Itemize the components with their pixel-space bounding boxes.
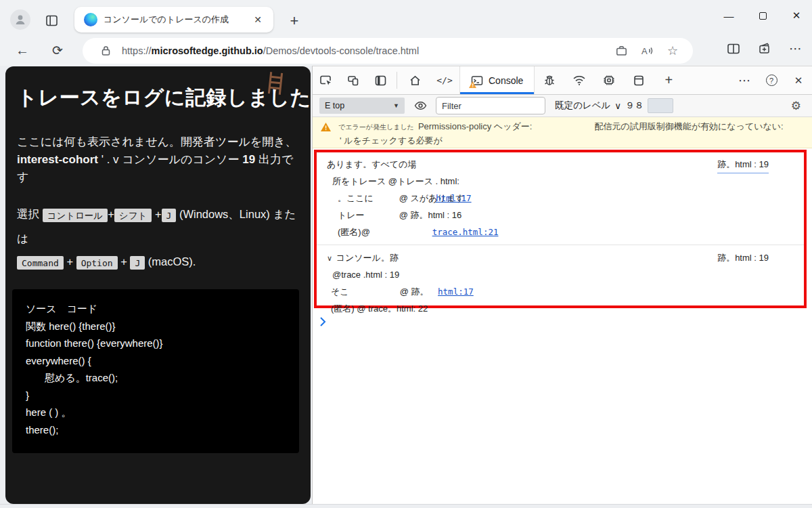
trace-message-text: あります。すべての場 <box>327 159 416 169</box>
tab-sources-icon[interactable]: </> <box>430 66 459 94</box>
inspect-element-icon[interactable] <box>313 66 340 94</box>
highlighted-console-messages: あります。すべての場 跡。html : 19 所をトレース @トレース . ht… <box>314 150 807 308</box>
person-icon <box>14 14 26 26</box>
url-text: https://microsoftedge.github.io/Demos/de… <box>122 45 605 56</box>
read-aloud-icon[interactable]: A <box>637 41 656 60</box>
enterprise-briefcase-icon[interactable] <box>612 41 631 60</box>
url-prefix: https:// <box>122 45 152 56</box>
tab-application-storage-icon[interactable] <box>624 66 654 94</box>
code-line: function there() {everywhere()} <box>26 335 287 352</box>
stack-frame-name: (匿名)@ <box>338 224 430 240</box>
console-toolbar: E top ▼ 既定のレベル ∨ ９８ ⚙ <box>313 95 812 117</box>
browser-menu-icon[interactable]: ⋯ <box>789 41 803 56</box>
active-tab-indicator <box>460 92 534 94</box>
stack-frame: (匿名) @ trace。html: 22 <box>317 300 804 317</box>
console-icon <box>471 75 483 86</box>
page-paragraph: ここには何も表示されません。開発者ツールを開き、interest-cohort … <box>17 133 299 186</box>
key-option: Option <box>76 256 118 270</box>
stack-frame-at: @ 跡。html : 16 <box>399 210 462 220</box>
devtools-close-button[interactable]: ✕ <box>785 75 812 87</box>
url-path: /Demos/devtools-console/trace.html <box>263 45 420 56</box>
key-control: コントロール <box>43 209 108 222</box>
stack-frame-name: そこ <box>331 283 397 300</box>
tab-close-button[interactable]: ✕ <box>250 13 265 26</box>
address-bar[interactable]: https://microsoftedge.github.io/Demos/de… <box>83 38 693 64</box>
code-line: here ( ) 。 <box>26 404 287 421</box>
console-filter-input[interactable] <box>436 97 545 114</box>
levels-caret-icon: ∨ <box>614 100 621 111</box>
code-line: 関数 here() {there()} <box>26 318 287 335</box>
split-screen-icon[interactable] <box>727 43 740 55</box>
console-settings-gear-icon[interactable]: ⚙ <box>791 99 805 113</box>
lock-icon[interactable] <box>96 41 115 60</box>
console-trace-message[interactable]: あります。すべての場 跡。html : 19 所をトレース @トレース . ht… <box>317 152 804 245</box>
key-j: J <box>130 256 145 270</box>
stack-frame-at: @ 跡。 <box>400 287 429 297</box>
help-glyph: ? <box>766 75 777 86</box>
new-tab-button[interactable]: + <box>286 12 303 30</box>
tab-title: コンソールでのトレースの作成 <box>104 14 244 26</box>
plus-sign: + <box>120 255 127 268</box>
log-levels-dropdown[interactable]: 既定のレベル ∨ ９８ <box>555 98 673 113</box>
para-seg: ここには何も表示されません。開発者ツールを開き、 <box>17 135 297 148</box>
code-block: ソース コード 関数 here() {there()} function the… <box>12 289 299 453</box>
devtools-more-menu-icon[interactable]: ⋯ <box>731 73 758 88</box>
shortcut-label: 選択 <box>17 208 39 220</box>
tab-welcome-home-icon[interactable] <box>400 66 430 94</box>
browser-chrome: コンソールでのトレースの作成 ✕ + — ✕ ← ⟳ https://micro… <box>0 0 812 66</box>
tab-console[interactable]: Console <box>459 66 535 94</box>
issues-count: ９８ <box>625 100 644 112</box>
window-minimize-button[interactable]: — <box>720 7 738 24</box>
tab-performance-cpu-icon[interactable] <box>594 66 624 94</box>
tab-network-wifi-icon[interactable] <box>564 66 594 94</box>
focus-mode-icon[interactable] <box>367 66 394 94</box>
svg-text:A: A <box>641 46 648 56</box>
code-line: } <box>26 387 287 404</box>
issues-counter-box[interactable] <box>648 98 673 113</box>
plus-sign: + <box>155 208 162 220</box>
window-maximize-button[interactable] <box>754 7 771 24</box>
console-warning-banner: でエラーが発生しましたPermissions-policy ヘッダー:配信元の試… <box>313 117 812 148</box>
collections-icon[interactable] <box>758 42 771 55</box>
context-selector-value: E top <box>325 101 344 110</box>
more-tabs-plus-button[interactable]: + <box>654 66 683 94</box>
devtools-help-icon[interactable]: ? <box>758 75 785 86</box>
para-seg: ' . v コンソールのコンソー <box>98 153 242 166</box>
stack-frame-name: 。ここに <box>338 190 397 207</box>
key-shift: シフト <box>114 209 152 222</box>
stack-frame: @trace .html : 19 <box>317 266 804 283</box>
devtools-tab-bar: </> Console <box>313 66 812 95</box>
back-button[interactable]: ← <box>11 43 34 58</box>
expand-caret-icon[interactable]: ∨ <box>327 254 332 262</box>
code-line: everywhere() { <box>26 352 287 370</box>
web-page-content: トレースをログに記録しました ここには何も表示されません。開発者ツールを開き、i… <box>5 66 311 504</box>
window-close-button[interactable]: ✕ <box>788 7 805 24</box>
context-selector-dropdown[interactable]: E top ▼ <box>319 98 405 114</box>
stack-frame-name: トレー <box>338 207 397 224</box>
para-seg-bold: 19 <box>242 153 255 166</box>
profile-avatar[interactable] <box>10 9 30 30</box>
warning-triangle-icon <box>321 123 331 131</box>
window-bottom-edge <box>0 504 812 508</box>
devtools-panel: </> Console <box>312 66 812 504</box>
favorite-star-icon[interactable]: ☆ <box>663 41 682 60</box>
source-link[interactable]: html:17 <box>438 287 474 297</box>
source-link[interactable]: trace.html:21 <box>432 227 499 237</box>
browser-tab[interactable]: コンソールでのトレースの作成 ✕ <box>74 7 273 33</box>
device-emulation-icon[interactable] <box>340 66 367 94</box>
warning-text-a: Permissions-policy ヘッダー: <box>418 121 533 131</box>
tab-debugger-bug-icon[interactable] <box>535 66 564 94</box>
source-link[interactable]: 跡。html : 19 <box>717 249 769 266</box>
live-expression-eye-icon[interactable] <box>411 101 429 110</box>
console-prompt[interactable] <box>319 316 326 327</box>
console-trace-message[interactable]: ∨ コンソール。跡 跡。html : 19 @trace .html : 19 … <box>317 245 804 321</box>
refresh-button[interactable]: ⟳ <box>46 43 69 58</box>
tab-actions-icon[interactable] <box>43 12 60 28</box>
stack-frame: 所をトレース @トレース . html: <box>317 173 804 190</box>
key-command: Command <box>17 256 64 270</box>
source-link[interactable]: html:17 <box>436 193 472 203</box>
dropdown-caret-icon: ▼ <box>393 102 399 109</box>
source-link[interactable]: 跡。html : 19 <box>717 156 769 173</box>
para-seg-bold: interest-cohort <box>17 153 98 166</box>
code-line: ソース コード <box>26 300 287 318</box>
